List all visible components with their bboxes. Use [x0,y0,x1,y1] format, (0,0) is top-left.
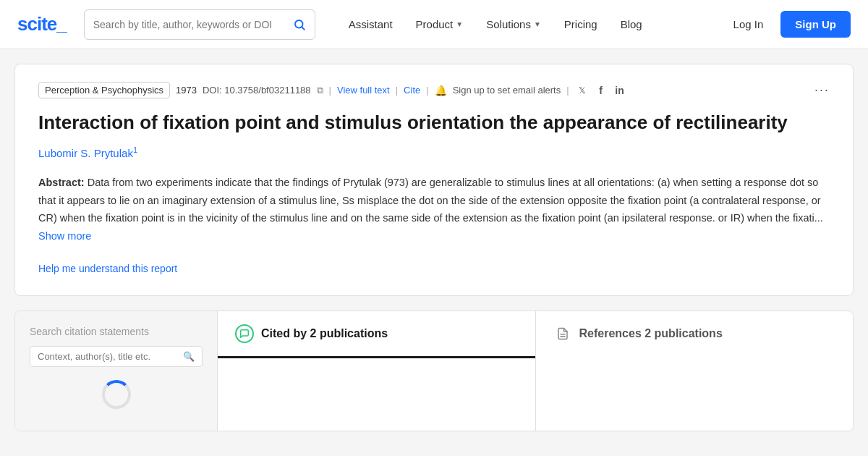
paper-year: 1973 [176,85,197,96]
linkedin-icon[interactable]: in [613,83,627,98]
show-more-link[interactable]: Show more [38,230,91,242]
social-icons: 𝕏 f in [575,83,627,98]
search-small-icon: 🔍 [183,351,195,362]
bottom-sections: Search citation statements 🔍 Cited by 2 … [14,311,854,431]
site-logo[interactable]: scite_ [17,13,67,35]
cited-by-label: Cited by 2 publications [261,327,388,340]
navbar: scite_ Assistant Product ▼ Solutions ▼ P… [0,0,868,49]
loading-spinner [102,380,131,409]
chevron-down-icon: ▼ [456,20,463,28]
references-tab[interactable]: References 2 publications [536,311,854,358]
twitter-icon[interactable]: 𝕏 [575,83,590,98]
view-full-text-link[interactable]: View full text [337,85,390,96]
signup-button[interactable]: Sign Up [780,11,851,38]
facebook-icon[interactable]: f [594,83,608,98]
references-label: References 2 publications [579,327,723,340]
cite-link[interactable]: Cite [404,85,420,96]
nav-item-pricing[interactable]: Pricing [554,12,608,36]
paper-author[interactable]: Lubomir S. Prytulak1 [38,145,830,159]
references-section: References 2 publications [536,311,854,431]
citation-search-label: Search citation statements [30,326,203,337]
loading-spinner-container [30,373,203,416]
paper-card: Perception & Psychophysics 1973 DOI: 10.… [14,64,854,296]
chevron-down-icon: ▼ [534,20,541,28]
citation-search-input[interactable] [38,351,179,362]
search-icon [293,18,306,31]
nav-item-product[interactable]: Product ▼ [406,12,474,36]
nav-item-assistant[interactable]: Assistant [339,12,403,36]
bell-icon: 🔔 [435,85,447,96]
svg-line-1 [302,27,304,29]
search-bar [84,9,315,40]
author-superscript: 1 [133,145,137,154]
more-options-button[interactable]: ··· [814,83,830,98]
search-input[interactable] [93,19,293,30]
help-link[interactable]: Help me understand this report [38,263,177,274]
login-button[interactable]: Log In [725,12,773,36]
email-alerts-label[interactable]: Sign up to set email alerts [453,85,561,96]
copy-icon[interactable]: ⧉ [317,85,323,96]
paper-doi: DOI: 10.3758/bf03211188 [203,85,311,96]
citation-search-panel: Search citation statements 🔍 [15,311,218,431]
cited-by-tab[interactable]: Cited by 2 publications [218,311,535,358]
journal-badge: Perception & Psychophysics [38,82,170,98]
paper-title: Interaction of fixation point and stimul… [38,110,830,135]
nav-right: Log In Sign Up [725,11,851,38]
citation-search-bar: 🔍 [30,346,203,367]
meta-row: Perception & Psychophysics 1973 DOI: 10.… [38,82,830,98]
abstract-text: Abstract: Data from two experiments indi… [38,174,830,245]
cited-by-icon [235,324,254,343]
nav-item-blog[interactable]: Blog [610,12,652,36]
references-icon [553,324,572,343]
nav-links: Assistant Product ▼ Solutions ▼ Pricing … [339,12,719,36]
nav-item-solutions[interactable]: Solutions ▼ [476,12,551,36]
cited-by-section: Cited by 2 publications [218,311,536,431]
